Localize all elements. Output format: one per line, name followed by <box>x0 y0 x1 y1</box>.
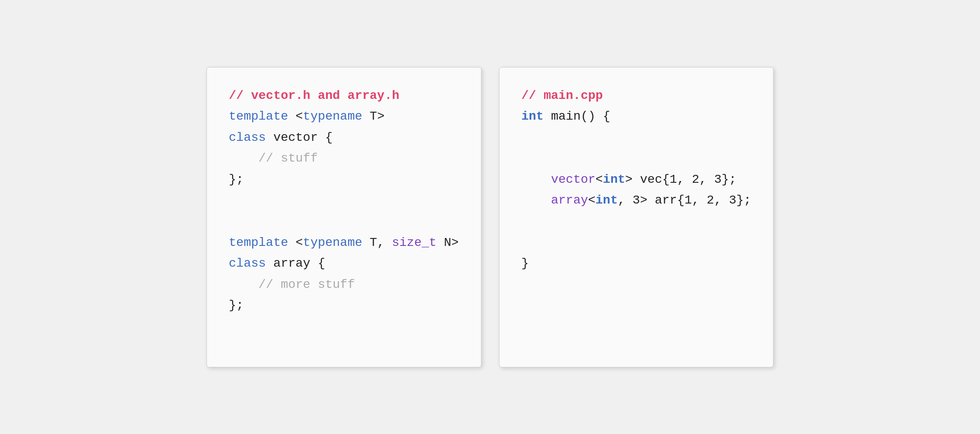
code-line-l8: template <typename T, size_t N> <box>229 232 459 253</box>
code-token: < <box>588 193 596 207</box>
code-token: // stuff <box>229 151 318 165</box>
code-line-r7 <box>522 211 751 232</box>
code-token: < <box>296 236 303 249</box>
code-token: class <box>229 257 274 270</box>
code-token: > vec{1, 2, 3}; <box>625 173 736 186</box>
code-token: array { <box>273 257 325 270</box>
code-line-l9: class array { <box>229 253 459 274</box>
code-line-r6: array<int, 3> arr{1, 2, 3}; <box>522 190 751 211</box>
code-line-r2: int main() { <box>522 106 751 127</box>
code-token: T> <box>362 109 384 123</box>
code-token: int <box>596 193 618 207</box>
code-token: template <box>229 236 296 249</box>
code-token: } <box>522 257 529 270</box>
code-token: int <box>603 173 625 186</box>
code-line-r9: } <box>522 253 751 274</box>
code-line-r8 <box>522 232 751 253</box>
code-line-r5: vector<int> vec{1, 2, 3}; <box>522 169 751 190</box>
code-token: , 3> arr{1, 2, 3}; <box>618 193 751 207</box>
code-token: }; <box>229 298 244 312</box>
code-token: < <box>596 173 603 186</box>
code-token: typename <box>303 236 362 249</box>
main-container: // vector.h and array.htemplate <typenam… <box>189 49 792 385</box>
code-token: main() { <box>544 109 610 123</box>
code-token: vector <box>551 173 596 186</box>
code-line-r1: // main.cpp <box>522 85 751 106</box>
code-line-l4: // stuff <box>229 148 459 169</box>
left-panel: // vector.h and array.htemplate <typenam… <box>207 67 481 367</box>
code-line-l3: class vector { <box>229 127 459 148</box>
code-line-l2: template <typename T> <box>229 106 459 127</box>
code-token: < <box>296 109 303 123</box>
code-token: }; <box>229 173 244 186</box>
code-line-l5: }; <box>229 169 459 190</box>
right-panel-code: // main.cppint main() { vector<int> vec{… <box>522 85 751 274</box>
code-token: size_t <box>392 236 436 249</box>
code-token: class <box>229 131 274 144</box>
code-line-l7 <box>229 211 459 232</box>
right-panel: // main.cppint main() { vector<int> vec{… <box>499 67 774 367</box>
code-token: int <box>522 109 544 123</box>
code-token: array <box>551 193 588 207</box>
left-panel-code: // vector.h and array.htemplate <typenam… <box>229 85 459 317</box>
code-token: // main.cpp <box>522 89 603 102</box>
code-token: template <box>229 109 296 123</box>
code-token: typename <box>303 109 362 123</box>
code-token: T, <box>362 236 392 249</box>
code-line-l6 <box>229 190 459 211</box>
code-token: N> <box>436 236 458 249</box>
code-line-r3 <box>522 127 751 148</box>
code-line-l10: // more stuff <box>229 274 459 295</box>
code-token: vector { <box>273 131 332 144</box>
code-token: // vector.h and array.h <box>229 89 399 102</box>
code-line-r4 <box>522 148 751 169</box>
code-line-l11: }; <box>229 295 459 316</box>
code-token: // more stuff <box>229 278 355 291</box>
code-line-l1: // vector.h and array.h <box>229 85 459 106</box>
